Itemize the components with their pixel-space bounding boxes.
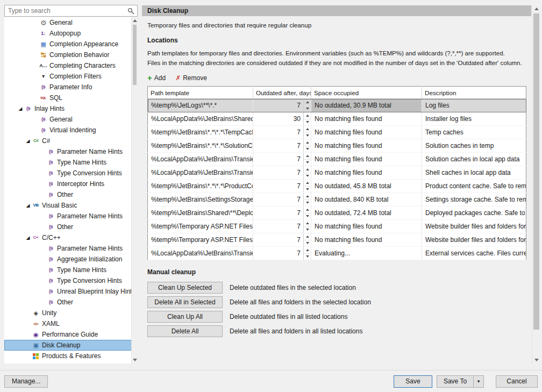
sidebar-item-type-name-hints[interactable]: (9Type Name Hints: [4, 265, 138, 275]
sidebar-item-type-conversion-hints[interactable]: (9Type Conversion Hints: [4, 168, 138, 179]
days-spinner[interactable]: [303, 180, 311, 193]
search-box[interactable]: [4, 5, 138, 17]
column-header-description[interactable]: Description: [422, 87, 526, 99]
outdated-after-cell[interactable]: 7: [253, 139, 311, 153]
days-value[interactable]: 7: [253, 206, 303, 219]
path-template-cell[interactable]: %temp%\JetLogs\**\*.*: [148, 99, 253, 112]
sidebar-item-parameter-name-hints[interactable]: (9Parameter Name Hints: [4, 146, 138, 157]
description-cell[interactable]: Website builder files and folders for: [422, 233, 526, 247]
spinner-down-icon[interactable]: [304, 253, 311, 260]
days-value[interactable]: 7: [253, 139, 303, 152]
days-value[interactable]: 7: [253, 233, 303, 246]
sidebar-item-completion-filters[interactable]: ▼Completion Filters: [4, 71, 138, 82]
days-value[interactable]: 7: [253, 126, 303, 139]
description-cell[interactable]: Product content cache. Safe to remo: [422, 180, 526, 193]
sidebar-item-aggregate-initialization[interactable]: (9Aggregate Initialization: [4, 254, 138, 265]
sidebar-item-products-features[interactable]: Products & Features: [4, 351, 138, 361]
sidebar-item-autopopup[interactable]: 1↓Autopopup: [4, 28, 138, 39]
description-cell[interactable]: Solution caches in local app data: [422, 153, 526, 166]
space-occupied-cell[interactable]: No matching files found: [311, 153, 422, 166]
save-button[interactable]: Save: [394, 375, 432, 388]
sidebar-item-other[interactable]: (9Other: [4, 189, 138, 200]
path-template-cell[interactable]: %LocalAppData%\JetBrains\Shared\: [148, 112, 253, 126]
path-template-cell[interactable]: %LocalAppData%\JetBrains\Transien: [148, 153, 253, 166]
spinner-down-icon[interactable]: [304, 105, 311, 112]
manage-button[interactable]: Manage...: [4, 375, 48, 388]
remove-button[interactable]: ✗ Remove: [175, 74, 207, 82]
space-occupied-cell[interactable]: No matching files found: [311, 126, 422, 139]
spinner-down-icon[interactable]: [304, 146, 311, 153]
search-input[interactable]: [5, 7, 124, 15]
sidebar-item-completion-appearance[interactable]: ▦Completion Appearance: [4, 39, 138, 49]
spinner-up-icon[interactable]: [304, 153, 311, 159]
days-value[interactable]: 7: [253, 99, 303, 112]
days-spinner[interactable]: [303, 206, 311, 219]
sidebar-item-completion-behavior[interactable]: ↹Completion Behavior: [4, 49, 138, 60]
delete-all-in-selected-button[interactable]: Delete All in Selected: [147, 296, 223, 308]
sidebar-item-parameter-name-hints[interactable]: (9Parameter Name Hints: [4, 211, 138, 222]
spinner-up-icon[interactable]: [304, 126, 311, 132]
table-row[interactable]: %temp%\JetLogs\**\*.*7No outdated, 30.9 …: [148, 99, 526, 112]
scroll-up-button[interactable]: [132, 17, 138, 24]
outdated-after-cell[interactable]: 7: [253, 206, 311, 220]
sidebar-item-interceptor-hints[interactable]: (9Interceptor Hints: [4, 179, 138, 189]
cancel-button[interactable]: Cancel: [496, 375, 538, 388]
outdated-after-cell[interactable]: 7: [253, 193, 311, 206]
table-row[interactable]: %temp%\JetBrains\Shared\**\Deplo7No outd…: [148, 206, 526, 220]
table-row[interactable]: %temp%\Temporary ASP.NET Files\[7No matc…: [148, 220, 526, 233]
spinner-down-icon[interactable]: [304, 132, 311, 139]
description-cell[interactable]: Settings storage cache. Safe to remo: [422, 193, 526, 206]
path-template-cell[interactable]: %temp%\JetBrains\*.*\*.*\ProductCo: [148, 180, 253, 193]
path-template-cell[interactable]: %LocalAppData%\JetBrains\Transien: [148, 166, 253, 180]
spinner-up-icon[interactable]: [304, 139, 311, 146]
description-cell[interactable]: Website builder files and folders for: [422, 220, 526, 233]
main-scrollbar[interactable]: [532, 5, 540, 364]
spinner-down-icon[interactable]: [304, 173, 311, 180]
spinner-down-icon[interactable]: [304, 199, 311, 206]
sidebar-item-parameter-info[interactable]: (9Parameter Info: [4, 82, 138, 92]
sidebar-item-other[interactable]: (9Other: [4, 297, 138, 308]
sidebar-item-visual-basic[interactable]: ◢VBVisual Basic: [4, 200, 138, 211]
table-row[interactable]: %temp%\JetBrains\SettingsStorageC7No out…: [148, 193, 526, 206]
table-row[interactable]: %temp%\Temporary ASP.NET Files\[7No matc…: [148, 233, 526, 247]
scroll-thumb[interactable]: [533, 13, 539, 330]
table-row[interactable]: %temp%\JetBrains\*.*\*.*\TempCach7No mat…: [148, 126, 526, 139]
sidebar-item-other[interactable]: (9Other: [4, 222, 138, 232]
clean-up-selected-button[interactable]: Clean Up Selected: [147, 282, 223, 294]
spinner-up-icon[interactable]: [304, 206, 311, 213]
days-spinner[interactable]: [303, 247, 311, 260]
sidebar-scrollbar[interactable]: [131, 17, 138, 364]
days-spinner[interactable]: [303, 166, 311, 179]
path-template-cell[interactable]: %temp%\Temporary ASP.NET Files\[: [148, 220, 253, 233]
spinner-down-icon[interactable]: [304, 159, 311, 166]
add-button[interactable]: + Add: [147, 74, 166, 82]
sidebar-item-unity[interactable]: ◈Unity: [4, 308, 138, 318]
space-occupied-cell[interactable]: No matching files found: [311, 220, 422, 233]
sidebar-item-sql[interactable]: SQLSQL: [4, 92, 138, 103]
days-spinner[interactable]: [303, 126, 311, 139]
spinner-down-icon[interactable]: [304, 213, 311, 220]
spinner-up-icon[interactable]: [304, 112, 311, 119]
sidebar-item-general[interactable]: ⚙General: [4, 17, 138, 28]
table-row[interactable]: %temp%\JetBrains\*.*\*.*\ProductCo7No ou…: [148, 180, 526, 193]
scroll-up-button[interactable]: [532, 5, 540, 12]
spinner-up-icon[interactable]: [304, 193, 311, 199]
days-spinner[interactable]: [303, 112, 311, 125]
days-spinner[interactable]: [303, 233, 311, 246]
days-value[interactable]: 7: [253, 153, 303, 166]
sidebar-item-xaml[interactable]: </>XAML: [4, 318, 138, 329]
days-value[interactable]: 7: [253, 166, 303, 179]
scroll-down-button[interactable]: [132, 357, 138, 364]
column-header-outdated-after-days[interactable]: Outdated after, days: [253, 87, 311, 99]
days-spinner[interactable]: [303, 220, 311, 233]
sidebar-item-virtual-indenting[interactable]: (9Virtual Indenting: [4, 125, 138, 136]
expand-arrow-icon[interactable]: ◢: [25, 139, 31, 144]
scroll-thumb[interactable]: [133, 25, 137, 85]
column-header-space-occupied[interactable]: Space occupied: [311, 87, 422, 99]
sidebar-item-completing-characters[interactable]: A…Completing Characters: [4, 60, 138, 71]
sidebar-item-parameter-name-hints[interactable]: (9Parameter Name Hints: [4, 243, 138, 254]
sidebar-item-c-c[interactable]: ◢C+C/C++: [4, 232, 138, 243]
expand-arrow-icon[interactable]: ◢: [25, 203, 31, 208]
spinner-up-icon[interactable]: [304, 220, 311, 226]
outdated-after-cell[interactable]: 7: [253, 233, 311, 247]
